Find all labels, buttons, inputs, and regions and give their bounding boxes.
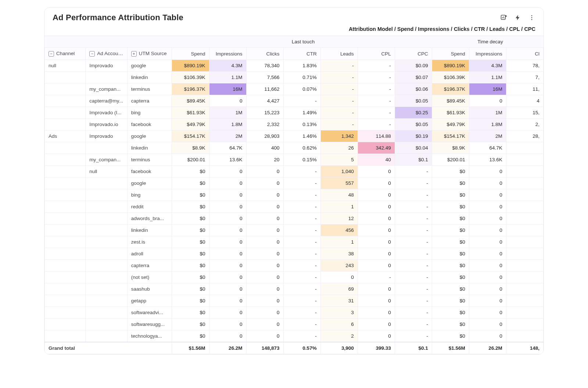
- collapse-icon[interactable]: −: [89, 51, 95, 57]
- cell-account: [86, 142, 127, 154]
- cell-metric: 0: [469, 272, 506, 283]
- cell-metric: $49.79K: [432, 119, 469, 130]
- cell-metric: 1.46%: [283, 130, 320, 142]
- cell-metric: $0.07: [395, 72, 432, 83]
- cell-metric: [506, 177, 543, 189]
- table-row[interactable]: technologya...$000-20-$00: [45, 330, 544, 342]
- cell-metric: $0.04: [395, 142, 432, 154]
- table-row[interactable]: Improvado (I...bing$61.93K1M15,2231.49%-…: [45, 107, 544, 119]
- cell-utm: google: [127, 130, 172, 142]
- svg-point-1: [531, 15, 533, 16]
- table-scroll[interactable]: −Channel −Ad Account ... +UTM Source Spe…: [44, 47, 544, 354]
- cell-metric: -: [283, 248, 320, 260]
- table-row[interactable]: linkedin$000-4560-$00: [45, 224, 544, 236]
- lightning-icon[interactable]: [514, 14, 521, 21]
- col-utm-source[interactable]: +UTM Source: [127, 48, 172, 60]
- col-spend-2[interactable]: Spend: [432, 48, 469, 60]
- table-row[interactable]: reddit$000-10-$00: [45, 201, 544, 213]
- col-cpl[interactable]: CPL: [358, 48, 395, 60]
- table-row[interactable]: Improvado.iofacebook$49.79K1.8M2,3320.13…: [45, 119, 544, 130]
- cell-metric: 1.49%: [283, 107, 320, 119]
- cell-channel: [45, 119, 86, 130]
- table-row[interactable]: softwareadvi...$000-30-$00: [45, 307, 544, 319]
- cell-metric: 0: [209, 307, 246, 319]
- cell-metric: 0: [358, 189, 395, 201]
- col-clicks-2[interactable]: Cl: [506, 48, 543, 60]
- cell-metric: -: [283, 307, 320, 319]
- cell-metric: 114.88: [358, 130, 395, 142]
- cell-channel: Ads: [45, 130, 86, 142]
- cell-metric: 0.07%: [283, 83, 320, 95]
- col-impressions-2[interactable]: Impressions: [469, 48, 506, 60]
- model-header-time-decay: Time decay: [437, 36, 544, 47]
- table-row[interactable]: linkedin$106.39K1.1M7,5660.71%--$0.07$10…: [45, 72, 544, 83]
- table-row[interactable]: nullImprovadogoogle$890.19K4.3M78,3401.8…: [45, 60, 544, 72]
- cell-metric: 0: [469, 307, 506, 319]
- cell-metric: 48: [320, 189, 358, 201]
- col-ad-account[interactable]: −Ad Account ...: [86, 48, 127, 60]
- table-row[interactable]: getapp$000-310-$00: [45, 295, 544, 307]
- attribution-table: −Channel −Ad Account ... +UTM Source Spe…: [44, 47, 544, 354]
- cell-metric: 64.7K: [469, 142, 506, 154]
- cell-metric: 0: [469, 330, 506, 342]
- cell-channel: [45, 260, 86, 272]
- table-row[interactable]: bing$000-480-$00: [45, 189, 544, 201]
- cell-utm: (not set): [127, 272, 172, 283]
- table-row[interactable]: nullfacebook$000-1,0400-$00: [45, 166, 544, 177]
- col-ctr[interactable]: CTR: [283, 48, 320, 60]
- col-spend[interactable]: Spend: [172, 48, 209, 60]
- cell-metric: 0: [209, 260, 246, 272]
- cell-utm: adwords_bra...: [127, 213, 172, 224]
- collapse-icon[interactable]: −: [49, 51, 54, 57]
- cell-metric: $0: [432, 224, 469, 236]
- cell-utm: softwaresugg...: [127, 319, 172, 330]
- cell-metric: [506, 248, 543, 260]
- col-leads[interactable]: Leads: [320, 48, 358, 60]
- table-row[interactable]: capterra$000-2430-$00: [45, 260, 544, 272]
- cell-metric: 0: [469, 213, 506, 224]
- cell-metric: 0: [209, 319, 246, 330]
- table-row[interactable]: softwaresugg...$000-60-$00: [45, 319, 544, 330]
- col-cpc[interactable]: CPC: [395, 48, 432, 60]
- col-channel[interactable]: −Channel: [45, 48, 86, 60]
- cell-metric: 31: [320, 295, 358, 307]
- table-row[interactable]: linkedin$8.9K64.7K4000.62%26342.49$0.04$…: [45, 142, 544, 154]
- cell-metric: 0.15%: [283, 154, 320, 166]
- cell-account: Improvado (I...: [86, 107, 127, 119]
- table-row[interactable]: adroll$000-380-$00: [45, 248, 544, 260]
- cell-metric: 1M: [469, 107, 506, 119]
- total-leads: 3,900: [320, 342, 358, 354]
- table-row[interactable]: (not set)$000-0--$00: [45, 272, 544, 283]
- cell-metric: $0: [432, 166, 469, 177]
- table-row[interactable]: my_compan...terminus$200.0113.6K200.15%5…: [45, 154, 544, 166]
- cell-utm: reddit: [127, 201, 172, 213]
- cell-metric: -: [395, 248, 432, 260]
- cell-metric: 2M: [469, 130, 506, 142]
- cell-metric: 0: [358, 319, 395, 330]
- cell-metric: 0: [246, 224, 283, 236]
- table-row[interactable]: saashub$000-690-$00: [45, 283, 544, 295]
- cell-metric: -: [283, 330, 320, 342]
- expand-icon[interactable]: +: [131, 51, 137, 57]
- cell-channel: [45, 224, 86, 236]
- cell-metric: $0: [172, 272, 209, 283]
- cell-metric: 0: [469, 201, 506, 213]
- cell-metric: $49.79K: [172, 119, 209, 130]
- table-row[interactable]: adwords_bra...$000-120-$00: [45, 213, 544, 224]
- cell-metric: $0.05: [395, 95, 432, 107]
- cell-metric: 0: [469, 319, 506, 330]
- cell-metric: -: [358, 95, 395, 107]
- table-row[interactable]: capterra@my...capterra$89.45K04,427---$0…: [45, 95, 544, 107]
- table-row[interactable]: my_compan...terminus$196.37K16M11,6620.0…: [45, 83, 544, 95]
- cell-channel: [45, 142, 86, 154]
- table-row[interactable]: zest.is$000-10-$00: [45, 236, 544, 248]
- cell-metric: 2M: [209, 130, 246, 142]
- cell-metric: 5: [320, 154, 358, 166]
- table-row[interactable]: google$000-5570-$00: [45, 177, 544, 189]
- cell-metric: 0: [469, 166, 506, 177]
- kebab-menu-icon[interactable]: [528, 14, 535, 21]
- col-clicks[interactable]: Clicks: [246, 48, 283, 60]
- col-impressions[interactable]: Impressions: [209, 48, 246, 60]
- table-row[interactable]: AdsImprovadogoogle$154.17K2M28,9031.46%1…: [45, 130, 544, 142]
- chart-add-icon[interactable]: [500, 14, 508, 21]
